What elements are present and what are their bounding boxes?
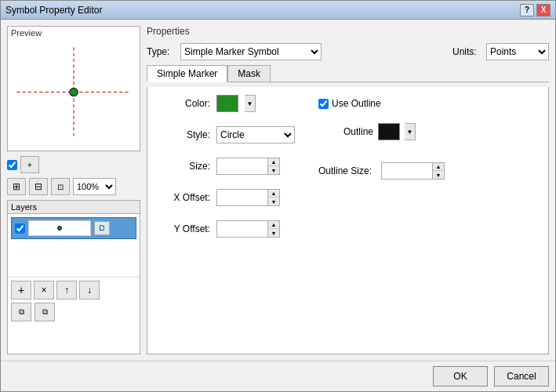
- style-label: Style:: [155, 129, 210, 140]
- layer-dot: [57, 226, 62, 230]
- layers-buttons: + × ↑ ↓: [8, 277, 140, 303]
- preview-dashes-svg: [8, 39, 140, 145]
- outline-size-label: Outline Size:: [318, 165, 372, 176]
- tab-simple-marker[interactable]: Simple Marker: [147, 65, 227, 82]
- outline-size-row: Outline Size: 1.0000 ▲ ▼: [318, 162, 445, 180]
- add-button[interactable]: +: [20, 156, 39, 173]
- x-offset-spin: 0.0000 ▲ ▼: [216, 189, 280, 206]
- tab-columns: Color: ▼ Style: Circle Square Cross X: [155, 95, 540, 245]
- checkbox-add-row: +: [7, 156, 140, 173]
- size-spin: 4.0000 ▲ ▼: [216, 158, 280, 175]
- zoom-out-button[interactable]: ⊟: [29, 178, 48, 195]
- x-offset-up[interactable]: ▲: [268, 190, 279, 198]
- y-offset-row: Y Offset: 0.0000 ▲ ▼: [155, 220, 295, 238]
- layer-checkbox[interactable]: [15, 223, 25, 234]
- size-arrows: ▲ ▼: [267, 158, 280, 175]
- outline-row: Outline ▼: [318, 123, 445, 140]
- tabs-row: Simple Marker Mask: [147, 65, 549, 82]
- left-col: Color: ▼ Style: Circle Square Cross X: [155, 95, 295, 245]
- zoom-in-button[interactable]: ⊞: [7, 178, 26, 195]
- layers-down-btn[interactable]: ↓: [79, 281, 100, 299]
- type-row: Type: Simple Marker Symbol Units: Points: [147, 43, 549, 60]
- layers-label: Layers: [8, 201, 140, 214]
- layers-add-btn[interactable]: +: [11, 281, 31, 299]
- layer-icon-btn[interactable]: 🗋: [94, 221, 110, 235]
- size-down[interactable]: ▼: [268, 166, 279, 174]
- use-outline-label: Use Outline: [332, 98, 381, 109]
- outline-size-spin: 1.0000 ▲ ▼: [381, 162, 445, 180]
- svg-point-2: [70, 88, 78, 96]
- left-panel: Preview + ⊞: [7, 26, 140, 354]
- x-offset-input[interactable]: 0.0000: [216, 189, 267, 206]
- outline-size-input[interactable]: 1.0000: [381, 162, 432, 180]
- layer-preview: [28, 220, 91, 236]
- outline-size-down[interactable]: ▼: [433, 171, 444, 179]
- ok-button[interactable]: OK: [433, 366, 488, 387]
- right-panel: Properties Type: Simple Marker Symbol Un…: [147, 26, 549, 354]
- cancel-button[interactable]: Cancel: [494, 366, 549, 387]
- use-outline-row: Use Outline: [318, 98, 445, 109]
- outline-color-button[interactable]: [378, 123, 400, 140]
- layers-list: 🗋: [8, 214, 140, 277]
- copy-btn-2[interactable]: ⧉: [35, 303, 55, 321]
- y-offset-spin: 0.0000 ▲ ▼: [216, 220, 280, 238]
- x-offset-down[interactable]: ▼: [268, 198, 279, 205]
- size-input[interactable]: 4.0000: [216, 158, 267, 175]
- size-label: Size:: [155, 161, 210, 172]
- window-title: Symbol Property Editor: [5, 5, 102, 16]
- close-button[interactable]: X: [536, 4, 551, 16]
- outline-size-arrows: ▲ ▼: [432, 162, 445, 180]
- right-col: Use Outline Outline ▼ Outline Size:: [318, 95, 445, 245]
- type-label: Type:: [147, 46, 174, 57]
- footer: OK Cancel: [1, 361, 555, 391]
- titlebar-buttons: ? X: [520, 4, 551, 16]
- y-offset-arrows: ▲ ▼: [267, 220, 280, 238]
- color-label: Color:: [155, 98, 210, 109]
- zoom-select[interactable]: 100%: [73, 178, 116, 195]
- properties-label: Properties: [147, 26, 549, 37]
- style-row: Style: Circle Square Cross X Diamond: [155, 126, 295, 143]
- color-arrow[interactable]: ▼: [245, 95, 256, 112]
- outline-size-up[interactable]: ▲: [433, 163, 444, 171]
- x-offset-arrows: ▲ ▼: [267, 189, 280, 206]
- help-button[interactable]: ?: [520, 4, 534, 16]
- preview-canvas: [8, 39, 140, 145]
- copy-buttons-row: ⧉ ⧉: [8, 303, 140, 325]
- preview-label: Preview: [8, 27, 140, 39]
- layer-item: 🗋: [11, 217, 136, 239]
- layers-del-btn[interactable]: ×: [34, 281, 54, 299]
- checkbox-input[interactable]: [7, 160, 17, 170]
- tab-content: Color: ▼ Style: Circle Square Cross X: [147, 87, 549, 354]
- titlebar: Symbol Property Editor ? X: [1, 1, 555, 20]
- outline-label: Outline: [318, 126, 373, 137]
- x-offset-label: X Offset:: [155, 192, 210, 203]
- fit-button[interactable]: ⊡: [51, 178, 70, 195]
- y-offset-label: Y Offset:: [155, 223, 210, 234]
- y-offset-up[interactable]: ▲: [268, 221, 279, 229]
- preview-section: Preview: [7, 26, 140, 151]
- size-up[interactable]: ▲: [268, 158, 279, 166]
- tab-mask[interactable]: Mask: [227, 65, 271, 82]
- size-row: Size: 4.0000 ▲ ▼: [155, 158, 295, 175]
- copy-btn-1[interactable]: ⧉: [11, 303, 31, 321]
- zoom-toolbar: ⊞ ⊟ ⊡ 100%: [7, 178, 140, 195]
- use-outline-checkbox[interactable]: [318, 99, 329, 109]
- units-dropdown[interactable]: Points: [486, 43, 549, 60]
- type-dropdown[interactable]: Simple Marker Symbol: [180, 43, 322, 60]
- style-dropdown[interactable]: Circle Square Cross X Diamond: [216, 126, 295, 143]
- y-offset-input[interactable]: 0.0000: [216, 220, 267, 238]
- outline-color-arrow[interactable]: ▼: [405, 123, 416, 140]
- x-offset-row: X Offset: 0.0000 ▲ ▼: [155, 189, 295, 206]
- units-label: Units:: [452, 46, 480, 57]
- color-row: Color: ▼: [155, 95, 295, 112]
- main-content: Preview + ⊞: [1, 20, 555, 361]
- y-offset-down[interactable]: ▼: [268, 229, 279, 237]
- color-button[interactable]: [216, 95, 238, 112]
- main-window: Symbol Property Editor ? X Preview: [0, 0, 556, 392]
- layers-section: Layers 🗋 + × ↑ ↓: [7, 200, 140, 354]
- layers-up-btn[interactable]: ↑: [56, 281, 77, 299]
